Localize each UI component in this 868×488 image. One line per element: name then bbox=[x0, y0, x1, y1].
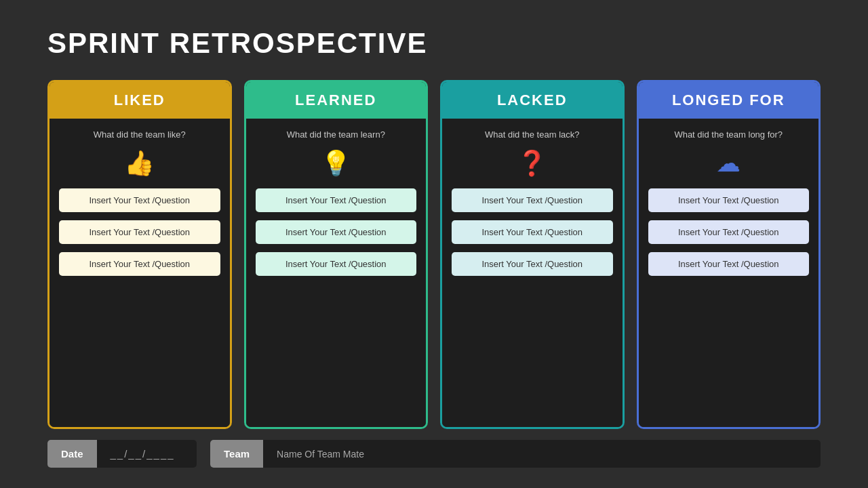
list-item[interactable]: Insert Your Text /Question bbox=[452, 220, 613, 244]
page-title: SPRINT RETROSPECTIVE bbox=[47, 27, 821, 60]
col-header-learned: LEARNED bbox=[246, 82, 427, 119]
cloud-icon: ☁ bbox=[648, 149, 810, 178]
columns-container: LIKED What did the team like? 👍 Insert Y… bbox=[47, 80, 821, 429]
col-body-liked: What did the team like? 👍 Insert Your Te… bbox=[50, 119, 230, 427]
list-item[interactable]: Insert Your Text /Question bbox=[648, 220, 810, 244]
team-value[interactable]: Name Of Team Mate bbox=[263, 440, 821, 468]
list-item[interactable]: Insert Your Text /Question bbox=[256, 188, 417, 212]
list-item[interactable]: Insert Your Text /Question bbox=[256, 252, 417, 276]
col-header-liked: LIKED bbox=[50, 82, 230, 119]
list-item[interactable]: Insert Your Text /Question bbox=[648, 188, 810, 212]
col-prompt-liked: What did the team like? bbox=[59, 129, 220, 140]
list-item[interactable]: Insert Your Text /Question bbox=[452, 188, 613, 212]
list-item[interactable]: Insert Your Text /Question bbox=[256, 220, 417, 244]
footer: Date __/__/____ Team Name Of Team Mate bbox=[47, 440, 821, 468]
col-prompt-lacked: What did the team lack? bbox=[452, 129, 613, 140]
list-item[interactable]: Insert Your Text /Question bbox=[59, 252, 220, 276]
col-header-lacked: LACKED bbox=[442, 82, 623, 119]
page: SPRINT RETROSPECTIVE LIKED What did the … bbox=[0, 0, 868, 488]
column-lacked: LACKED What did the team lack? ❓ Insert … bbox=[440, 80, 625, 429]
column-learned: LEARNED What did the team learn? 💡 Inser… bbox=[244, 80, 429, 429]
col-body-learned: What did the team learn? 💡 Insert Your T… bbox=[246, 119, 427, 427]
column-liked: LIKED What did the team like? 👍 Insert Y… bbox=[47, 80, 232, 429]
col-prompt-learned: What did the team learn? bbox=[256, 129, 417, 140]
column-longed: LONGED FOR What did the team long for? ☁… bbox=[637, 80, 821, 429]
team-field[interactable]: Team Name Of Team Mate bbox=[210, 440, 821, 468]
lightbulb-icon: 💡 bbox=[256, 149, 417, 178]
list-item[interactable]: Insert Your Text /Question bbox=[59, 188, 220, 212]
thumbs-up-icon: 👍 bbox=[59, 149, 220, 178]
col-header-longed: LONGED FOR bbox=[639, 82, 819, 119]
team-label: Team bbox=[210, 440, 263, 468]
list-item[interactable]: Insert Your Text /Question bbox=[452, 252, 613, 276]
date-label: Date bbox=[47, 440, 97, 468]
col-prompt-longed: What did the team long for? bbox=[648, 129, 810, 140]
date-value[interactable]: __/__/____ bbox=[97, 440, 197, 468]
list-item[interactable]: Insert Your Text /Question bbox=[648, 252, 810, 276]
col-body-lacked: What did the team lack? ❓ Insert Your Te… bbox=[442, 119, 623, 427]
col-body-longed: What did the team long for? ☁ Insert You… bbox=[639, 119, 819, 427]
question-mark-icon: ❓ bbox=[452, 149, 613, 178]
list-item[interactable]: Insert Your Text /Question bbox=[59, 220, 220, 244]
date-field[interactable]: Date __/__/____ bbox=[47, 440, 197, 468]
